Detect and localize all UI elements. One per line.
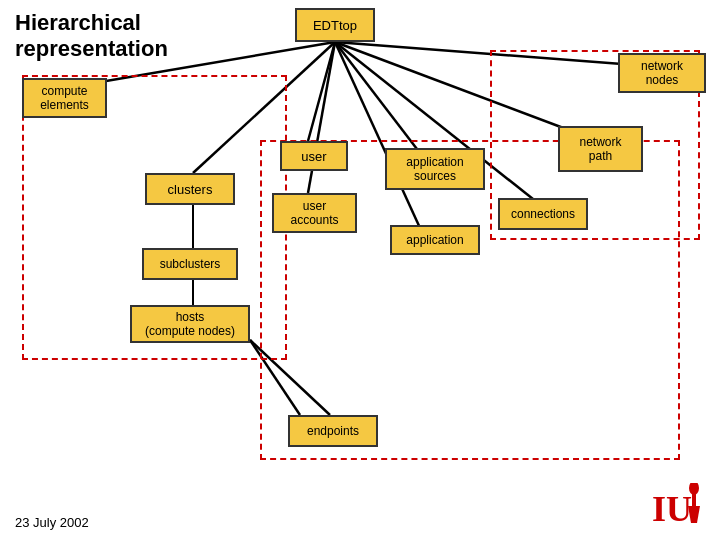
node-endpoints: endpoints: [288, 415, 378, 447]
iu-logo: IU: [650, 483, 705, 535]
diagram-lines: [0, 0, 720, 540]
node-compute-elements: compute elements: [22, 78, 107, 118]
node-user: user: [280, 141, 348, 171]
node-application-sources: application sources: [385, 148, 485, 190]
svg-line-11: [250, 340, 300, 415]
node-connections: connections: [498, 198, 588, 230]
node-clusters: clusters: [145, 173, 235, 205]
node-edttop: EDTtop: [295, 8, 375, 42]
svg-line-12: [250, 340, 330, 415]
svg-line-8: [335, 42, 648, 66]
node-subclusters: subclusters: [142, 248, 238, 280]
date-label: 23 July 2002: [15, 515, 89, 530]
slide-title: Hierarchical representation: [15, 10, 168, 63]
node-network-nodes: network nodes: [618, 53, 706, 93]
svg-line-4: [335, 42, 420, 153]
node-network-path: network path: [558, 126, 643, 172]
svg-text:IU: IU: [652, 489, 692, 528]
node-user-accounts: user accounts: [272, 193, 357, 233]
node-hosts: hosts (compute nodes): [130, 305, 250, 343]
svg-line-2: [308, 42, 335, 141]
node-application: application: [390, 225, 480, 255]
